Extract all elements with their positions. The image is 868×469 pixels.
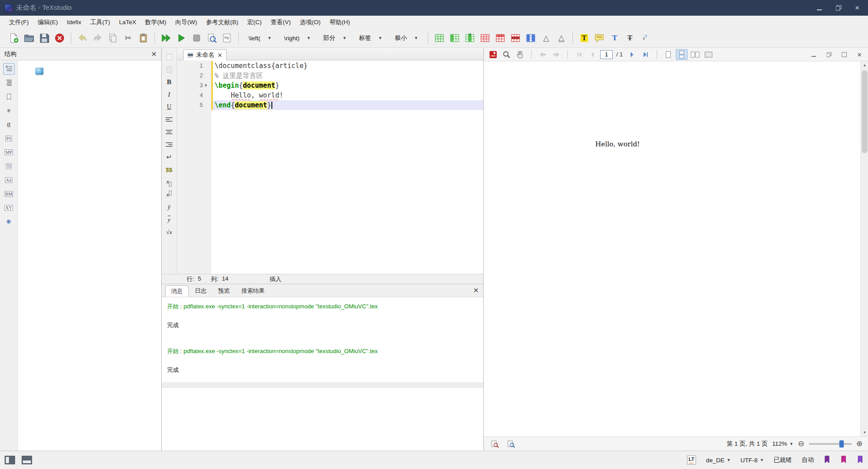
display-math-icon[interactable]: $$ [163,164,175,175]
languagetool-status[interactable]: LT••• [687,456,696,465]
bookmarks-view-icon[interactable] [3,91,15,102]
scroll-up-icon[interactable]: ▲ [861,61,868,69]
new-file-icon[interactable] [6,30,21,46]
subscript-icon[interactable]: x [163,177,175,188]
structure-tree[interactable] [18,60,161,451]
menu-view[interactable]: 查看(V) [266,16,295,29]
right-delimiter-dropdown[interactable]: \right)▼ [280,32,314,44]
zoom-in-icon[interactable]: ⊕ [856,439,863,448]
pdf-presentation-icon[interactable] [703,49,714,60]
pdf-back-icon[interactable] [537,49,549,60]
redo-icon[interactable] [90,30,105,46]
menu-options[interactable]: 选项(O) [295,16,325,29]
merge-columns-icon[interactable] [523,30,538,46]
copy-icon[interactable] [105,30,120,46]
triangle-underline-icon[interactable]: △ [554,30,569,46]
beamer-view-icon[interactable]: BM [3,188,15,200]
zoom-slider-handle[interactable] [839,440,844,448]
auto-mode-label[interactable]: 自动 [802,456,814,464]
tab-messages[interactable]: 消息 [165,286,189,297]
menu-math[interactable]: 数学(M) [141,16,171,29]
underline-icon[interactable]: U [163,102,175,112]
pdf-maximize-icon[interactable] [838,49,850,60]
pdf-zoom-tool-icon[interactable] [501,49,512,60]
encoding-selector[interactable]: UTF-8▼ [740,457,764,464]
menu-wizards[interactable]: 向导(W) [171,16,202,29]
fontsize-dropdown[interactable]: 极小▼ [391,32,421,44]
fold-marker-icon[interactable]: ▼ [204,81,208,90]
pdf-zoom-in-page-icon[interactable] [505,439,517,449]
superscript-icon[interactable]: x [163,189,175,200]
bookmark-tag-2-icon[interactable] [840,456,847,465]
comment-bubble-icon[interactable] [592,30,607,46]
compile-and-view-icon[interactable] [159,30,174,46]
superscript-text-icon[interactable]: ıT [637,30,653,46]
pdf-file-icon[interactable] [487,49,499,60]
zoom-out-icon[interactable]: ⊖ [798,439,804,448]
pdf-hand-tool-icon[interactable] [514,49,526,60]
save-icon[interactable] [37,30,52,46]
view-log-icon[interactable] [204,30,219,46]
tab-preview[interactable]: 预览 [213,286,235,297]
tikz-view-icon[interactable]: TI [3,160,15,172]
brackets-view-icon[interactable]: (( [3,119,15,130]
misc-symbols-icon[interactable]: ❋ [3,216,15,227]
menu-bibliography[interactable]: 参考文献(B) [202,16,243,29]
section-dropdown[interactable]: 部分▼ [320,32,350,44]
align-center-icon[interactable] [163,127,175,137]
pdf-zoom-dropdown[interactable]: 112%▼ [772,440,793,447]
editor-tab-untitled[interactable]: 未命名 ✕ [183,49,227,60]
menu-help[interactable]: 帮助(H) [325,16,355,29]
paste-icon[interactable] [136,30,151,46]
structure-view-icon[interactable] [3,63,15,75]
text-color-icon[interactable]: T [607,30,622,46]
restore-button[interactable] [830,3,847,13]
cut-icon[interactable]: ✂ [120,30,136,46]
left-delimiter-dropdown[interactable]: \left(▼ [245,32,275,44]
undo-icon[interactable] [75,30,90,46]
triangle-up-icon[interactable]: △ [538,30,554,46]
align-left-icon[interactable] [163,114,175,125]
bookmark-tag-3-icon[interactable] [857,456,864,465]
document-outline-icon[interactable] [3,77,15,89]
asymptote-view-icon[interactable]: AS [3,174,15,186]
sqrt-icon[interactable]: √x [163,227,175,238]
pdf-continuous-icon[interactable] [676,49,688,60]
tab-log[interactable]: 日志 [189,286,212,297]
tab-search-results[interactable]: 搜索结果 [236,286,270,297]
pdf-forward-icon[interactable] [550,49,562,60]
xymatrix-view-icon[interactable]: XY [3,202,15,213]
dictionary-selector[interactable]: de_DE▼ [706,457,730,464]
menu-latex[interactable]: LaTeX [115,16,141,29]
pdf-close-icon[interactable]: ✕ [854,49,865,60]
prev-change-icon[interactable] [163,51,175,62]
pdf-scrollbar[interactable]: ▲ ▼ [860,61,868,436]
scrollbar-thumb[interactable] [862,70,868,153]
highlight-text-icon[interactable]: T [576,30,592,46]
close-document-icon[interactable] [52,30,67,46]
pdf-two-page-icon[interactable] [689,49,701,60]
insert-table-icon[interactable] [432,30,447,46]
symbols-view-icon[interactable]: ✳ [3,105,15,116]
strikethrough-icon[interactable]: T [622,30,637,46]
zoom-slider[interactable] [809,443,852,445]
toggle-structure-panel-icon[interactable] [4,456,15,465]
scroll-down-icon[interactable]: ▼ [861,429,868,436]
pdf-page-input[interactable] [600,50,613,59]
menu-file[interactable]: 文件(F) [4,16,33,29]
pdf-restore-icon[interactable] [823,49,835,60]
italic-icon[interactable]: I [163,89,175,100]
pdf-zoom-out-page-icon[interactable] [489,439,501,449]
log-file-icon[interactable]: log [219,30,235,46]
pstricks-view-icon[interactable]: PS [3,132,15,144]
pdf-single-page-icon[interactable] [662,49,674,60]
delete-row-icon[interactable] [508,30,523,46]
menu-idefix[interactable]: Idefix [62,16,86,29]
remove-column-icon[interactable] [462,30,477,46]
remove-row-icon[interactable] [493,30,508,46]
align-right-icon[interactable] [163,139,175,150]
open-file-icon[interactable] [21,30,37,46]
pdf-first-page-icon[interactable] [573,49,585,60]
metapost-view-icon[interactable]: MP [3,146,15,158]
menu-tools[interactable]: 工具(T) [86,16,115,29]
